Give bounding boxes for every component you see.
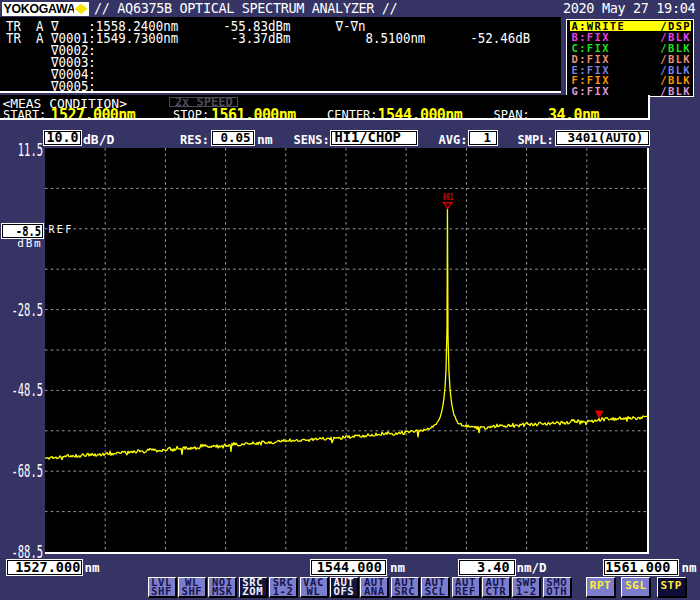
menu-button-label2: MSK <box>209 587 235 595</box>
trace-status: /BLK <box>660 86 691 96</box>
meas-panel-border-bottom <box>0 118 650 120</box>
ref-marker-text: REF <box>48 224 73 235</box>
x-axis-center-unit: nm <box>390 563 405 573</box>
spectrum-plot-svg: 001REF <box>45 148 647 552</box>
peak-marker-triangle-icon <box>444 203 452 209</box>
x-axis-start-box[interactable]: 1527.000 <box>7 560 83 576</box>
menu-button-label2: SRC <box>392 587 418 595</box>
menu-button-label2: 1-2 <box>270 587 296 595</box>
sweep-button-rpt[interactable]: RPT <box>586 577 616 598</box>
level-scale-unit: dB/D <box>83 135 114 145</box>
trace-row-e[interactable]: E:FIX/BLK <box>570 65 692 75</box>
meas-condition-panel: <MEAS CONDITION> 2x SPEED START:1527.000… <box>0 95 648 118</box>
menu-button-vac-wl[interactable]: VACWL <box>300 577 329 598</box>
x-axis-per_div-box[interactable]: 3.40 <box>459 560 515 576</box>
sens-label: SENS: <box>294 135 330 145</box>
trace-status: /BLK <box>660 75 691 85</box>
res-unit: nm <box>257 135 273 145</box>
x-axis-start-unit: nm <box>85 563 100 573</box>
menu-button-aut-ana[interactable]: AUTANA <box>360 577 389 598</box>
trace-name: A:WRITE <box>572 21 626 31</box>
trace-status-panel: A:WRITE/DSPB:FIX/BLKC:FIX/BLKD:FIX/BLKE:… <box>566 19 694 97</box>
x-axis-center-box[interactable]: 1544.000 <box>311 560 387 576</box>
y-axis-unit: dBm <box>0 239 43 248</box>
menu-button-label2: ZOM <box>240 587 266 595</box>
yokogawa-diamond-icon <box>75 4 88 14</box>
trace-status: /DSP <box>660 21 691 31</box>
y-axis-label-485: -48.5 <box>9 384 43 397</box>
sweep-button-stp[interactable]: STP <box>657 577 687 598</box>
menu-button-smo-oth[interactable]: SMOOTH <box>543 577 572 598</box>
y-axis-label-685: -68.5 <box>9 465 43 478</box>
avg-value-box[interactable]: 1 <box>469 131 497 145</box>
meas-panel-border-right <box>648 95 650 120</box>
plot-border-right <box>647 148 649 554</box>
menu-button-wl-shf[interactable]: WLSHF <box>178 577 207 598</box>
yokogawa-logo-text: YOKOGAWA <box>4 2 78 16</box>
menu-button-aut-ctr[interactable]: AUTCTR <box>482 577 511 598</box>
datetime: 2020 May 27 19:04 <box>563 3 695 14</box>
ref-level-value: -8.5 <box>5 225 41 237</box>
x-axis-stop-box[interactable]: 1561.000 <box>604 560 679 576</box>
trace-status: /BLK <box>660 54 691 64</box>
avg-label: AVG: <box>439 135 468 145</box>
trace-status: /BLK <box>660 43 691 53</box>
menu-button-swp-1-2[interactable]: SWP1-2 <box>512 577 541 598</box>
menu-button-label2: SHF <box>149 587 175 595</box>
osa-screen: YOKOGAWA // AQ6375B OPTICAL SPECTRUM ANA… <box>0 0 700 600</box>
sweep-button-sgl[interactable]: SGL <box>621 577 651 598</box>
yokogawa-diamond-box <box>74 2 89 16</box>
res-value-box[interactable]: 0.05 <box>212 131 254 145</box>
marker-readout-panel: TR A ∇ :1558.2400nm -55.83dBm ∇-∇n TR A … <box>0 17 561 91</box>
trace-name: C:FIX <box>572 43 610 53</box>
menu-button-noi-msk[interactable]: NOIMSK <box>208 577 237 598</box>
plot-border-bottom <box>45 552 649 554</box>
menu-button-label2: OFS <box>331 587 357 595</box>
trace-status: /BLK <box>660 32 691 42</box>
marker-panel-border-bottom <box>0 91 561 93</box>
menu-button-label2: SCL <box>422 587 448 595</box>
trace-status: /BLK <box>660 65 691 75</box>
trace-name: D:FIX <box>572 54 610 64</box>
smpl-value-box[interactable]: 3401(AUTO) <box>556 131 649 145</box>
menu-button-label2: ANA <box>361 587 387 595</box>
x-axis-per_div-unit: nm/D <box>517 563 547 573</box>
sens-value-box[interactable]: HI1/CHOP <box>331 131 417 145</box>
trace-name: B:FIX <box>572 32 610 42</box>
menu-button-src-1-2[interactable]: SRC1-2 <box>269 577 298 598</box>
trace-name: F:FIX <box>572 75 610 85</box>
trace-name: E:FIX <box>572 65 610 75</box>
marker-readout-lines: TR A ∇ :1558.2400nm -55.83dBm ∇-∇n TR A … <box>6 20 530 92</box>
trace-row-d[interactable]: D:FIX/BLK <box>570 54 692 64</box>
y-axis-top-label: 11.5 <box>9 144 43 157</box>
y-axis-label-885: -88.5 <box>9 546 43 559</box>
x-axis-stop-unit: nm <box>682 563 697 573</box>
y-axis-label-285: -28.5 <box>9 304 43 317</box>
menu-button-label2: REF <box>453 587 479 595</box>
menu-button-aut-ref[interactable]: AUTREF <box>452 577 481 598</box>
menu-button-aut-ofs[interactable]: AUTOFS <box>330 577 359 598</box>
menu-button-lvl-shf[interactable]: LVLSHF <box>148 577 177 598</box>
peak-marker-label: 001 <box>443 192 454 202</box>
menu-button-aut-scl[interactable]: AUTSCL <box>421 577 450 598</box>
menu-button-label2: 1-2 <box>513 587 539 595</box>
level-scale-box[interactable]: 10.0 <box>44 131 81 145</box>
trace-row-c[interactable]: C:FIX/BLK <box>570 43 692 53</box>
smpl-label: SMPL: <box>518 135 554 145</box>
menu-button-aut-src[interactable]: AUTSRC <box>391 577 420 598</box>
menu-button-src-zom[interactable]: SRCZOM <box>239 577 268 598</box>
trace-row-f[interactable]: F:FIX/BLK <box>570 75 692 85</box>
menu-button-label2: OTH <box>544 587 570 595</box>
res-label: RES: <box>180 135 209 145</box>
trace-row-a[interactable]: A:WRITE/DSP <box>570 21 692 31</box>
page-title: // AQ6375B OPTICAL SPECTRUM ANALYZER // <box>94 3 397 14</box>
ref-level-box[interactable]: -8.5 <box>2 224 43 239</box>
spectrum-plot: 001REF <box>45 148 647 552</box>
trace-row-b[interactable]: B:FIX/BLK <box>570 32 692 42</box>
menu-button-label2: CTR <box>483 587 509 595</box>
menu-button-label2: SHF <box>179 587 205 595</box>
